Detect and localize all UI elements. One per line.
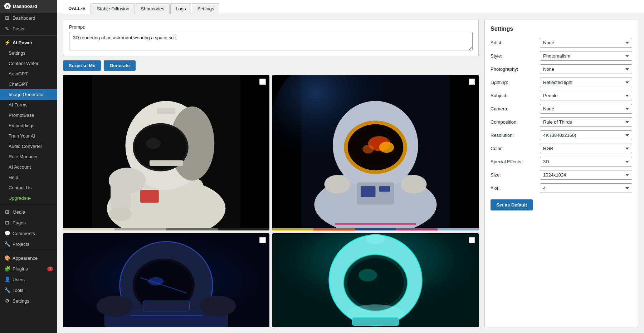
set-as-default-button[interactable]: Set as Default: [491, 199, 533, 210]
svg-rect-3: [140, 190, 159, 203]
image-checkbox-1[interactable]: [259, 79, 266, 85]
dashboard-icon: ⊞: [4, 15, 10, 21]
image-checkbox-2[interactable]: [469, 79, 475, 85]
svg-rect-14: [157, 108, 176, 114]
sidebar-item-appearance[interactable]: 🎨 Appearance: [0, 253, 57, 263]
sidebar-separator-3: [0, 251, 57, 251]
svg-rect-49: [143, 301, 190, 311]
svg-point-60: [358, 269, 377, 282]
sidebar-label-promptbase: PromptBase: [9, 113, 34, 118]
sidebar-label-image-generator: Image Generator: [9, 92, 44, 97]
settings-label-special-effects: Special Effects:: [491, 159, 537, 164]
settings-panel-title: Settings: [491, 26, 632, 32]
svg-point-44: [148, 277, 164, 285]
settings-icon: ⚙: [4, 298, 10, 304]
site-title[interactable]: Dashboard: [13, 4, 37, 9]
sidebar-label-ai-power: AI Power: [13, 40, 33, 45]
wp-logo: W: [4, 3, 11, 9]
settings-select-special-effects[interactable]: None 3D Blur Bokeh HDR: [540, 157, 632, 166]
sidebar-item-chatgpt[interactable]: ChatGPT: [0, 79, 57, 89]
settings-row-num-of: # of: 1 2 3 4 5 6: [491, 183, 632, 193]
sidebar-item-role-manager[interactable]: Role Manager: [0, 151, 57, 162]
image-checkbox-3[interactable]: [259, 237, 266, 243]
tools-icon: 🔧: [4, 287, 10, 293]
image-checkbox-4[interactable]: [469, 237, 475, 243]
svg-rect-33: [335, 223, 416, 225]
sidebar-label-pages: Pages: [13, 220, 26, 225]
sidebar-label-dashboard: Dashboard: [13, 15, 35, 21]
sidebar-item-embeddings[interactable]: Embeddings: [0, 120, 57, 131]
sidebar-item-settings-sub[interactable]: Settings: [0, 48, 57, 58]
sidebar-item-media[interactable]: ⊞ Media: [0, 207, 57, 217]
image-card-2: [272, 75, 479, 230]
settings-row-subject: Subject: None People Animals Nature Obje…: [491, 91, 632, 100]
tab-shortcodes[interactable]: Shortcodes: [136, 3, 170, 14]
sidebar-item-image-generator[interactable]: Image Generator: [0, 89, 57, 100]
settings-select-photography[interactable]: None Portrait Landscape Macro: [540, 64, 632, 74]
sidebar-item-tools[interactable]: 🔧 Tools: [0, 285, 57, 295]
svg-point-35: [401, 175, 427, 194]
settings-label-style: Style:: [491, 53, 537, 59]
settings-select-size[interactable]: 256x256 512x512 1024x1024 1792x1024 1024…: [540, 170, 632, 180]
tab-logs[interactable]: Logs: [170, 3, 191, 14]
action-buttons: Surprise Me Generate: [63, 60, 479, 71]
settings-row-special-effects: Special Effects: None 3D Blur Bokeh HDR: [491, 157, 632, 166]
settings-select-artist[interactable]: None Leonardo da Vinci Picasso Van Gogh: [540, 38, 632, 48]
settings-label-subject: Subject:: [491, 93, 537, 98]
sidebar-item-ai-account[interactable]: AI Account: [0, 162, 57, 172]
sidebar-item-autogpt[interactable]: AutoGPT: [0, 69, 57, 79]
settings-select-color[interactable]: RGB CMYK Grayscale Black & White: [540, 144, 632, 153]
prompt-textarea[interactable]: 3D rendering of an astronaut wearing a s…: [69, 32, 473, 50]
sidebar-label-contact-us: Contact Us: [9, 185, 31, 190]
settings-panel: Settings Artist: None Leonardo da Vinci …: [484, 20, 638, 327]
image-color-bar-1: [63, 228, 269, 230]
sidebar-item-ai-power[interactable]: ⚡ AI Power: [0, 37, 57, 48]
surprise-me-button[interactable]: Surprise Me: [63, 60, 101, 71]
settings-select-lighting[interactable]: None Reflected light Natural light Studi…: [540, 78, 632, 87]
settings-select-style[interactable]: Photorealism Abstract Impressionism Surr…: [540, 51, 632, 61]
svg-point-13: [109, 207, 132, 221]
sidebar-item-ai-forms[interactable]: AI Forms: [0, 100, 57, 110]
sidebar-item-dashboard[interactable]: ⊞ Dashboard: [0, 13, 57, 23]
tab-stable-diffusion[interactable]: Stable Diffusion: [92, 3, 135, 14]
sidebar-item-help[interactable]: Help: [0, 172, 57, 183]
sidebar-item-comments[interactable]: 💬 Comments: [0, 228, 57, 239]
sidebar-label-projects: Projects: [13, 242, 29, 247]
svg-point-47: [97, 296, 133, 317]
settings-select-resolution[interactable]: HD (1920x1080) 2K (2560x1440) 4K (3840x2…: [540, 130, 632, 140]
sidebar-item-settings[interactable]: ⚙ Settings: [0, 295, 57, 306]
settings-label-color: Color:: [491, 146, 537, 151]
generate-button[interactable]: Generate: [104, 60, 135, 71]
sidebar-item-train-ai[interactable]: Train Your AI: [0, 131, 57, 141]
sidebar-label-embeddings: Embeddings: [9, 123, 34, 128]
sidebar-item-contact-us[interactable]: Contact Us: [0, 183, 57, 193]
sidebar-label-audio-converter: Audio Converter: [9, 144, 42, 149]
settings-row-color: Color: RGB CMYK Grayscale Black & White: [491, 144, 632, 153]
settings-row-style: Style: Photorealism Abstract Impressioni…: [491, 51, 632, 61]
image-card-3: [63, 233, 269, 327]
projects-icon: 🔧: [4, 241, 10, 247]
sidebar-item-plugins[interactable]: 🧩 Plugins 1: [0, 263, 57, 274]
settings-select-subject[interactable]: None People Animals Nature Objects: [540, 91, 632, 100]
sidebar-item-content-writer[interactable]: Content Writer: [0, 58, 57, 69]
settings-select-composition[interactable]: None Rule of Thirds Golden ratio Centere…: [540, 117, 632, 127]
sidebar-item-pages[interactable]: ⊡ Pages: [0, 217, 57, 228]
svg-point-61: [366, 234, 385, 244]
image-color-bar-2: [272, 228, 479, 230]
posts-icon: ✎: [4, 26, 10, 31]
sidebar-item-upgrade[interactable]: Upgrade ▶: [0, 193, 57, 203]
svg-rect-31: [361, 186, 375, 197]
sidebar-item-audio-converter[interactable]: Audio Converter: [0, 141, 57, 151]
appearance-icon: 🎨: [4, 255, 10, 261]
settings-select-camera[interactable]: None Wide angle Telephoto Fisheye: [540, 104, 632, 114]
media-icon: ⊞: [4, 209, 10, 215]
sidebar-separator-2: [0, 205, 57, 205]
sidebar-item-posts[interactable]: ✎ Posts: [0, 23, 57, 34]
tab-settings[interactable]: Settings: [192, 3, 219, 14]
sidebar-item-promptbase[interactable]: PromptBase: [0, 110, 57, 120]
sidebar-item-projects[interactable]: 🔧 Projects: [0, 239, 57, 249]
pages-icon: ⊡: [4, 220, 10, 225]
sidebar-item-users[interactable]: 👤 Users: [0, 274, 57, 285]
settings-select-num-of[interactable]: 1 2 3 4 5 6: [540, 183, 632, 193]
tab-dalle[interactable]: DALL-E: [63, 3, 91, 14]
